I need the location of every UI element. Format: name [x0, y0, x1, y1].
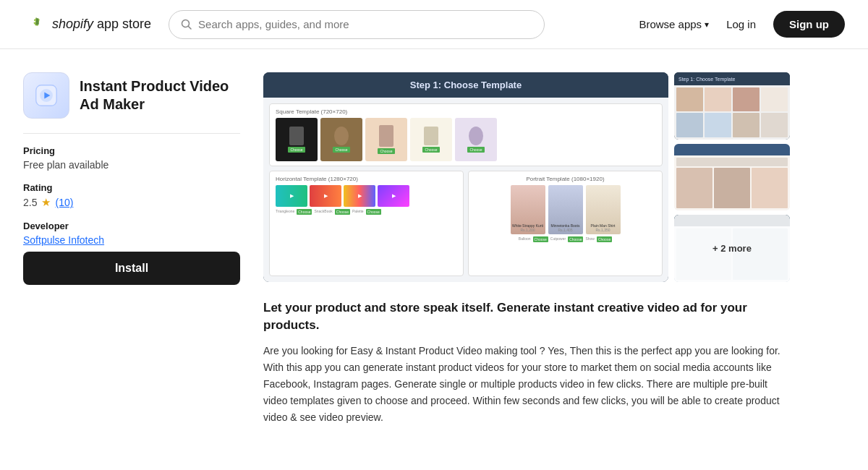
- header: shopify app store Browse apps ▾ Log in S…: [0, 0, 868, 49]
- lower-templates: Horizontal Template (1280×720) ▶ ▶ ▶ ▶ T…: [269, 171, 663, 276]
- screenshot-header: Step 1: Choose Template: [263, 72, 668, 98]
- login-button[interactable]: Log in: [726, 18, 756, 30]
- template-boxlight: Choose: [410, 118, 452, 161]
- sidebar: Instant Product Video Ad Maker Pricing F…: [23, 72, 240, 426]
- template-dark: Choose: [276, 118, 318, 161]
- description-headline: Let your product and store speak itself.…: [263, 299, 791, 334]
- more-overlay[interactable]: + 2 more: [674, 215, 790, 282]
- search-input[interactable]: [198, 18, 532, 30]
- side-thumbnails: Step 1: Choose Template: [674, 72, 790, 282]
- pricing-section: Pricing Free plan available: [23, 145, 240, 171]
- rating-count[interactable]: (10): [55, 197, 73, 208]
- developer-section: Developer Softpulse Infotech: [23, 221, 240, 246]
- horizontal-template-section: Horizontal Template (1280×720) ▶ ▶ ▶ ▶ T…: [269, 171, 464, 276]
- search-bar[interactable]: [169, 10, 545, 39]
- chevron-down-icon: ▾: [705, 20, 709, 30]
- browse-apps-button[interactable]: Browse apps ▾: [639, 18, 709, 30]
- square-template-section: Square Template (720×720) Choose: [269, 103, 663, 166]
- main-nav: Browse apps ▾ Log in Sign up: [639, 11, 845, 38]
- description-body: Are you looking for Easy & Instant Produ…: [263, 343, 791, 426]
- search-icon: [181, 19, 192, 30]
- logo-text: shopify app store: [52, 17, 151, 32]
- template-zoomed: Choose: [455, 118, 497, 161]
- rating-label: Rating: [23, 182, 240, 193]
- description-section: Let your product and store speak itself.…: [263, 299, 791, 426]
- side-thumb-2[interactable]: [674, 144, 790, 211]
- svg-line-2: [189, 26, 192, 29]
- portrait-template-section: Portrait Template (1080×1920) White Stra…: [468, 171, 663, 276]
- main-content: Instant Product Video Ad Maker Pricing F…: [0, 49, 868, 426]
- developer-label: Developer: [23, 221, 240, 231]
- rating-number: 2.5: [23, 197, 37, 208]
- rating-section: Rating 2.5 ★ (10): [23, 182, 240, 209]
- template-lookbook: Choose: [365, 118, 407, 161]
- side-thumb-1[interactable]: Step 1: Choose Template: [674, 72, 790, 140]
- developer-link[interactable]: Softpulse Infotech: [23, 234, 240, 246]
- star-icon: ★: [41, 196, 51, 209]
- app-icon: [23, 72, 69, 119]
- portrait-label: Portrait Template (1080×1920): [475, 176, 656, 182]
- play-icon: [35, 84, 58, 107]
- app-identity: Instant Product Video Ad Maker: [23, 72, 240, 119]
- pricing-value: Free plan available: [23, 159, 240, 171]
- app-name: Instant Product Video Ad Maker: [80, 77, 240, 114]
- install-button[interactable]: Install: [23, 252, 240, 285]
- main-screenshot[interactable]: Step 1: Choose Template Square Template …: [263, 72, 668, 282]
- horizontal-label: Horizontal Template (1280×720): [276, 176, 457, 182]
- content-area: Step 1: Choose Template Square Template …: [263, 72, 845, 426]
- signup-button[interactable]: Sign up: [773, 11, 845, 38]
- logo[interactable]: shopify app store: [23, 13, 151, 36]
- template-wood: Choose: [320, 118, 362, 161]
- pricing-label: Pricing: [23, 145, 240, 156]
- square-label: Square Template (720×720): [276, 108, 656, 115]
- rating-row: 2.5 ★ (10): [23, 196, 240, 209]
- gallery: Step 1: Choose Template Square Template …: [263, 72, 845, 282]
- shopify-logo-icon: [23, 13, 46, 36]
- sidebar-divider: [23, 133, 240, 134]
- side-thumb-3[interactable]: + 2 more: [674, 215, 790, 282]
